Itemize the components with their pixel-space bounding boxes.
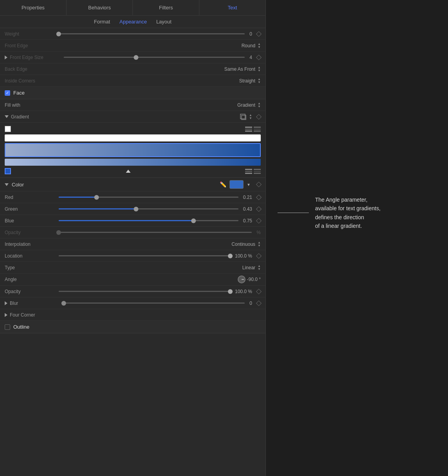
face-title: Face xyxy=(13,90,25,96)
tab-text[interactable]: Text xyxy=(199,0,265,15)
back-edge-stepper[interactable]: ▲▼ xyxy=(258,66,261,72)
gradient-collapse-icon[interactable] xyxy=(5,115,9,118)
subtab-format[interactable]: Format xyxy=(94,19,110,25)
type-value: Linear ▲▼ xyxy=(56,265,261,271)
front-edge-size-row: Front Edge Size 4 xyxy=(0,52,265,63)
blue-diamond[interactable] xyxy=(256,218,262,223)
weight-slider[interactable] xyxy=(59,33,245,34)
front-edge-size-collapse-icon[interactable] xyxy=(5,55,7,59)
white-gradient-bar xyxy=(5,134,261,141)
gradient-stepper[interactable]: ▲▼ xyxy=(249,114,252,120)
red-value: 0.21 xyxy=(56,195,261,200)
interpolation-row: Interpolation Continuous ▲▼ xyxy=(0,238,265,250)
blur-row: Blur 0 xyxy=(0,297,265,309)
opacity-lower-value: 100.0 % xyxy=(56,289,261,294)
gradient-bars-solid-icon[interactable] xyxy=(245,127,252,132)
location-slider[interactable] xyxy=(59,255,230,256)
svg-rect-0 xyxy=(240,114,245,119)
green-value: 0.43 xyxy=(56,206,261,212)
green-diamond[interactable] xyxy=(256,206,262,211)
gradient-bars-solid-bottom-icon[interactable] xyxy=(245,169,252,174)
inside-corners-stepper[interactable]: ▲▼ xyxy=(258,78,261,84)
face-checkbox[interactable] xyxy=(5,90,10,96)
weight-number: 0 xyxy=(249,31,252,37)
red-label: Red xyxy=(5,195,56,200)
red-number: 0.21 xyxy=(243,195,252,200)
front-edge-stepper[interactable]: ▲▼ xyxy=(258,43,261,49)
location-diamond[interactable] xyxy=(256,253,262,258)
opacity-lower-text: 100.0 % xyxy=(235,289,252,294)
opacity-lower-slider[interactable] xyxy=(59,291,230,292)
color-stop-blue[interactable] xyxy=(5,168,11,174)
front-edge-size-number: 4 xyxy=(249,55,252,60)
color-collapse-icon[interactable] xyxy=(5,183,9,186)
annotation-line xyxy=(278,213,309,213)
blur-collapse-icon[interactable] xyxy=(5,301,7,305)
color-dropdown-arrow[interactable]: ▼ xyxy=(247,183,251,187)
gradient-preview xyxy=(0,123,265,178)
angle-row: Angle -90.0 ° xyxy=(0,274,265,286)
green-slider[interactable] xyxy=(59,208,238,209)
interpolation-text: Continuous xyxy=(231,242,255,247)
inside-corners-value: Straight ▲▼ xyxy=(56,78,261,84)
blue-slider[interactable] xyxy=(59,220,238,221)
blue-gradient-bar-secondary xyxy=(5,159,261,166)
angle-text: -90.0 ° xyxy=(247,277,261,282)
front-edge-value: Round ▲▼ xyxy=(56,43,261,49)
gradient-bars-dotted-bottom-icon[interactable] xyxy=(254,169,261,174)
blur-slider[interactable] xyxy=(64,302,245,304)
front-edge-size-label: Front Edge Size xyxy=(10,55,61,60)
type-stepper[interactable]: ▲▼ xyxy=(258,265,261,271)
fill-with-label: Fill with xyxy=(5,102,56,108)
color-stop-white[interactable] xyxy=(5,126,11,132)
tab-behaviors[interactable]: Behaviors xyxy=(66,0,133,15)
main-tabs: Properties Behaviors Filters Text xyxy=(0,0,265,16)
weight-diamond[interactable] xyxy=(256,31,262,36)
angle-value: -90.0 ° xyxy=(56,276,261,283)
blur-label: Blur xyxy=(10,301,61,306)
weight-row: Weight 0 xyxy=(0,28,265,40)
four-corner-collapse-icon[interactable] xyxy=(5,313,7,317)
fill-with-value: Gradient ▲▼ xyxy=(56,102,261,108)
gradient-label: Gradient xyxy=(11,114,62,120)
properties-panel: Properties Behaviors Filters Text Format… xyxy=(0,0,266,476)
interpolation-stepper[interactable]: ▲▼ xyxy=(258,241,261,247)
gradient-bottom-controls xyxy=(5,168,261,174)
front-edge-size-slider[interactable] xyxy=(64,57,245,58)
color-diamond[interactable] xyxy=(256,182,262,187)
blur-value: 0 xyxy=(61,301,261,306)
angle-knob[interactable] xyxy=(238,276,246,283)
front-edge-size-diamond[interactable] xyxy=(256,54,262,60)
gradient-bars-dotted-icon[interactable] xyxy=(254,127,261,132)
front-edge-text: Round xyxy=(242,43,255,48)
subtab-appearance[interactable]: Appearance xyxy=(120,19,147,25)
front-edge-size-value: 4 xyxy=(61,55,261,60)
location-text: 100.0 % xyxy=(235,253,252,259)
subtab-layout[interactable]: Layout xyxy=(156,19,172,25)
gradient-bar-icons-bottom xyxy=(245,169,261,174)
red-slider[interactable] xyxy=(59,197,238,198)
outline-checkbox[interactable] xyxy=(5,324,10,330)
location-label: Location xyxy=(5,253,56,259)
interpolation-label: Interpolation xyxy=(5,242,56,247)
gradient-copy-icon[interactable] xyxy=(240,113,247,120)
color-swatch[interactable] xyxy=(229,180,244,189)
tab-properties[interactable]: Properties xyxy=(0,0,66,15)
gradient-position-arrow[interactable] xyxy=(126,170,131,173)
interpolation-value: Continuous ▲▼ xyxy=(56,241,261,247)
opacity-lower-diamond[interactable] xyxy=(256,288,262,294)
opacity-lower-row: Opacity 100.0 % xyxy=(0,286,265,297)
gradient-bar-icons xyxy=(245,127,261,132)
tab-filters[interactable]: Filters xyxy=(133,0,199,15)
blue-gradient-bar-main[interactable] xyxy=(5,143,261,157)
eyedropper-icon[interactable]: ✏️ xyxy=(220,181,226,188)
gradient-diamond[interactable] xyxy=(256,114,262,119)
fill-with-stepper[interactable]: ▲▼ xyxy=(258,102,261,108)
blur-diamond[interactable] xyxy=(256,300,262,306)
green-row: Green 0.43 xyxy=(0,203,265,215)
outline-title: Outline xyxy=(13,324,29,330)
sub-tabs: Format Appearance Layout xyxy=(0,16,265,28)
fill-with-row: Fill with Gradient ▲▼ xyxy=(0,99,265,111)
red-diamond[interactable] xyxy=(256,194,262,200)
blur-number: 0 xyxy=(249,301,252,306)
